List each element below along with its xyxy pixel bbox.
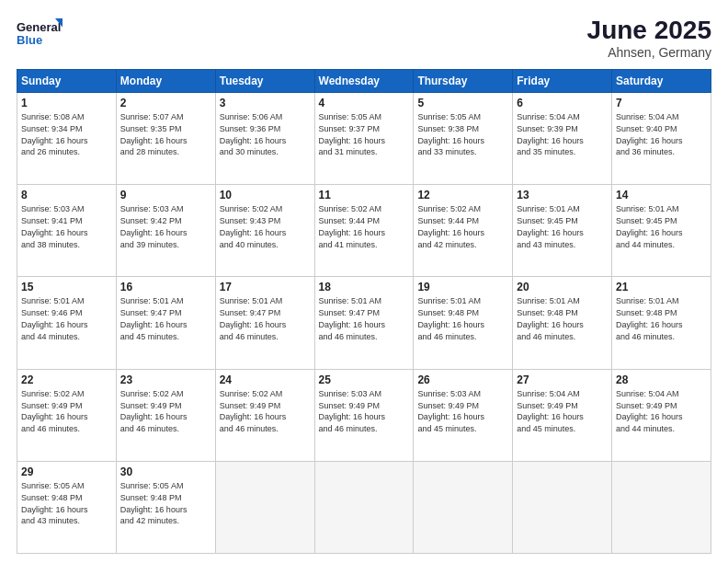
day-number: 24 [220,373,311,387]
day-number: 21 [616,280,707,294]
header: General Blue June 2025 Ahnsen, Germany [17,17,711,60]
day-number: 6 [517,96,608,110]
day-empty [215,461,314,553]
day-number: 13 [517,188,608,202]
day-cell-6: 6Sunrise: 5:04 AMSunset: 9:39 PMDaylight… [513,92,612,184]
location: Ahnsen, Germany [587,45,711,60]
month-title: June 2025 [587,17,711,45]
day-info: Sunrise: 5:03 AMSunset: 9:42 PMDaylight:… [120,204,188,248]
col-thursday: Thursday [414,69,513,92]
day-empty [513,461,612,553]
col-sunday: Sunday [17,69,117,92]
day-empty [414,461,513,553]
day-number: 23 [120,373,211,387]
day-cell-26: 26Sunrise: 5:03 AMSunset: 9:49 PMDayligh… [414,369,513,461]
day-number: 19 [417,280,508,294]
day-info: Sunrise: 5:02 AMSunset: 9:44 PMDaylight:… [417,204,484,248]
week-row-1: 1Sunrise: 5:08 AMSunset: 9:34 PMDaylight… [17,92,711,184]
header-row: SundayMondayTuesdayWednesdayThursdayFrid… [17,69,711,92]
day-cell-9: 9Sunrise: 5:03 AMSunset: 9:42 PMDaylight… [116,185,215,277]
day-info: Sunrise: 5:04 AMSunset: 9:39 PMDaylight:… [517,112,584,156]
week-row-3: 15Sunrise: 5:01 AMSunset: 9:46 PMDayligh… [17,277,711,369]
day-number: 8 [21,188,112,202]
day-info: Sunrise: 5:02 AMSunset: 9:49 PMDaylight:… [220,389,287,433]
day-number: 29 [21,465,112,479]
day-info: Sunrise: 5:02 AMSunset: 9:49 PMDaylight:… [21,389,88,433]
day-cell-12: 12Sunrise: 5:02 AMSunset: 9:44 PMDayligh… [414,185,513,277]
day-info: Sunrise: 5:07 AMSunset: 9:35 PMDaylight:… [120,112,188,156]
day-cell-13: 13Sunrise: 5:01 AMSunset: 9:45 PMDayligh… [513,185,612,277]
day-empty [314,461,414,553]
day-cell-16: 16Sunrise: 5:01 AMSunset: 9:47 PMDayligh… [116,277,215,369]
day-number: 30 [120,465,211,479]
day-cell-21: 21Sunrise: 5:01 AMSunset: 9:48 PMDayligh… [612,277,711,369]
day-cell-4: 4Sunrise: 5:05 AMSunset: 9:37 PMDaylight… [314,92,414,184]
day-cell-15: 15Sunrise: 5:01 AMSunset: 9:46 PMDayligh… [17,277,117,369]
day-number: 28 [616,373,707,387]
day-info: Sunrise: 5:01 AMSunset: 9:45 PMDaylight:… [616,204,683,248]
day-number: 12 [417,188,508,202]
day-info: Sunrise: 5:05 AMSunset: 9:48 PMDaylight:… [120,481,188,525]
day-info: Sunrise: 5:04 AMSunset: 9:49 PMDaylight:… [517,389,584,433]
day-cell-30: 30Sunrise: 5:05 AMSunset: 9:48 PMDayligh… [116,461,215,553]
day-cell-23: 23Sunrise: 5:02 AMSunset: 9:49 PMDayligh… [116,369,215,461]
day-number: 26 [417,373,508,387]
day-info: Sunrise: 5:02 AMSunset: 9:49 PMDaylight:… [120,389,188,433]
day-cell-3: 3Sunrise: 5:06 AMSunset: 9:36 PMDaylight… [215,92,314,184]
day-number: 25 [319,373,410,387]
day-info: Sunrise: 5:01 AMSunset: 9:46 PMDaylight:… [21,296,88,340]
day-cell-28: 28Sunrise: 5:04 AMSunset: 9:49 PMDayligh… [612,369,711,461]
day-info: Sunrise: 5:04 AMSunset: 9:49 PMDaylight:… [616,389,683,433]
day-number: 3 [220,96,311,110]
week-row-4: 22Sunrise: 5:02 AMSunset: 9:49 PMDayligh… [17,369,711,461]
day-number: 7 [616,96,707,110]
day-number: 18 [319,280,410,294]
day-cell-18: 18Sunrise: 5:01 AMSunset: 9:47 PMDayligh… [314,277,414,369]
day-info: Sunrise: 5:06 AMSunset: 9:36 PMDaylight:… [220,112,287,156]
day-cell-27: 27Sunrise: 5:04 AMSunset: 9:49 PMDayligh… [513,369,612,461]
day-info: Sunrise: 5:04 AMSunset: 9:40 PMDaylight:… [616,112,683,156]
day-number: 11 [319,188,410,202]
day-number: 27 [517,373,608,387]
day-cell-11: 11Sunrise: 5:02 AMSunset: 9:44 PMDayligh… [314,185,414,277]
day-info: Sunrise: 5:02 AMSunset: 9:44 PMDaylight:… [319,204,386,248]
day-number: 20 [517,280,608,294]
day-cell-25: 25Sunrise: 5:03 AMSunset: 9:49 PMDayligh… [314,369,414,461]
col-tuesday: Tuesday [215,69,314,92]
calendar-table: SundayMondayTuesdayWednesdayThursdayFrid… [17,69,711,554]
day-info: Sunrise: 5:01 AMSunset: 9:48 PMDaylight:… [616,296,683,340]
day-cell-20: 20Sunrise: 5:01 AMSunset: 9:48 PMDayligh… [513,277,612,369]
day-info: Sunrise: 5:05 AMSunset: 9:38 PMDaylight:… [417,112,484,156]
day-cell-1: 1Sunrise: 5:08 AMSunset: 9:34 PMDaylight… [17,92,117,184]
page: General Blue June 2025 Ahnsen, Germany S… [0,0,728,563]
day-info: Sunrise: 5:03 AMSunset: 9:49 PMDaylight:… [319,389,386,433]
day-number: 16 [120,280,211,294]
day-cell-24: 24Sunrise: 5:02 AMSunset: 9:49 PMDayligh… [215,369,314,461]
col-saturday: Saturday [612,69,711,92]
day-info: Sunrise: 5:05 AMSunset: 9:48 PMDaylight:… [21,481,88,525]
day-cell-10: 10Sunrise: 5:02 AMSunset: 9:43 PMDayligh… [215,185,314,277]
day-info: Sunrise: 5:08 AMSunset: 9:34 PMDaylight:… [21,112,88,156]
day-cell-8: 8Sunrise: 5:03 AMSunset: 9:41 PMDaylight… [17,185,117,277]
logo-svg: General Blue [17,17,63,53]
col-friday: Friday [513,69,612,92]
week-row-2: 8Sunrise: 5:03 AMSunset: 9:41 PMDaylight… [17,185,711,277]
svg-text:Blue: Blue [17,33,42,47]
day-number: 15 [21,280,112,294]
logo: General Blue [17,17,63,53]
day-cell-29: 29Sunrise: 5:05 AMSunset: 9:48 PMDayligh… [17,461,117,553]
col-monday: Monday [116,69,215,92]
day-info: Sunrise: 5:01 AMSunset: 9:45 PMDaylight:… [517,204,584,248]
day-number: 14 [616,188,707,202]
day-number: 4 [319,96,410,110]
day-number: 22 [21,373,112,387]
day-number: 17 [220,280,311,294]
day-info: Sunrise: 5:01 AMSunset: 9:47 PMDaylight:… [120,296,188,340]
day-cell-22: 22Sunrise: 5:02 AMSunset: 9:49 PMDayligh… [17,369,117,461]
day-number: 9 [120,188,211,202]
day-cell-17: 17Sunrise: 5:01 AMSunset: 9:47 PMDayligh… [215,277,314,369]
svg-text:General: General [17,20,61,34]
day-info: Sunrise: 5:01 AMSunset: 9:48 PMDaylight:… [517,296,584,340]
day-info: Sunrise: 5:01 AMSunset: 9:47 PMDaylight:… [220,296,287,340]
day-number: 1 [21,96,112,110]
